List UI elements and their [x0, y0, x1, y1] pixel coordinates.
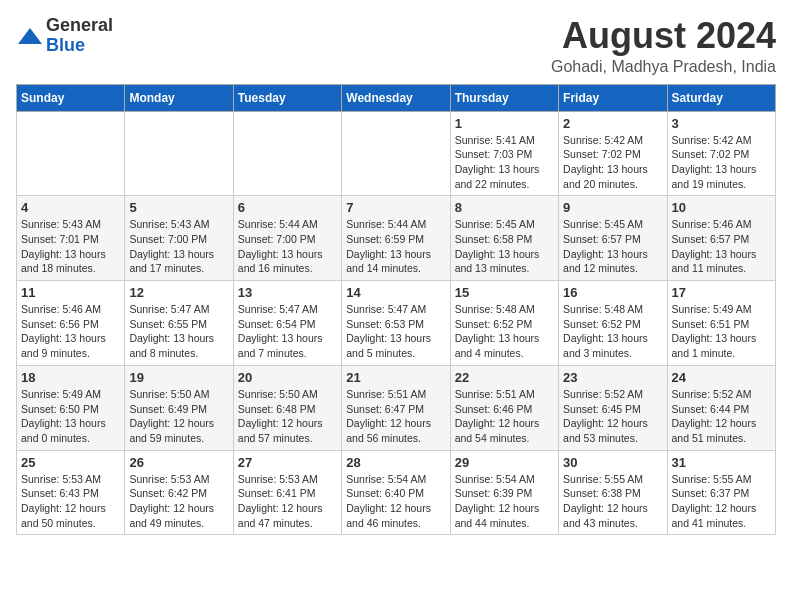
- day-info: Sunrise: 5:52 AM Sunset: 6:45 PM Dayligh…: [563, 387, 662, 446]
- calendar-cell: 3Sunrise: 5:42 AM Sunset: 7:02 PM Daylig…: [667, 111, 775, 196]
- calendar-cell: 2Sunrise: 5:42 AM Sunset: 7:02 PM Daylig…: [559, 111, 667, 196]
- calendar-cell: [125, 111, 233, 196]
- calendar-cell: 1Sunrise: 5:41 AM Sunset: 7:03 PM Daylig…: [450, 111, 558, 196]
- day-info: Sunrise: 5:46 AM Sunset: 6:56 PM Dayligh…: [21, 302, 120, 361]
- month-year: August 2024: [551, 16, 776, 56]
- calendar-cell: 25Sunrise: 5:53 AM Sunset: 6:43 PM Dayli…: [17, 450, 125, 535]
- calendar-cell: 10Sunrise: 5:46 AM Sunset: 6:57 PM Dayli…: [667, 196, 775, 281]
- calendar-cell: 8Sunrise: 5:45 AM Sunset: 6:58 PM Daylig…: [450, 196, 558, 281]
- calendar-cell: 13Sunrise: 5:47 AM Sunset: 6:54 PM Dayli…: [233, 281, 341, 366]
- calendar-cell: 20Sunrise: 5:50 AM Sunset: 6:48 PM Dayli…: [233, 365, 341, 450]
- week-row-5: 25Sunrise: 5:53 AM Sunset: 6:43 PM Dayli…: [17, 450, 776, 535]
- week-row-3: 11Sunrise: 5:46 AM Sunset: 6:56 PM Dayli…: [17, 281, 776, 366]
- calendar-cell: [342, 111, 450, 196]
- calendar-cell: 21Sunrise: 5:51 AM Sunset: 6:47 PM Dayli…: [342, 365, 450, 450]
- day-info: Sunrise: 5:54 AM Sunset: 6:40 PM Dayligh…: [346, 472, 445, 531]
- calendar-cell: 27Sunrise: 5:53 AM Sunset: 6:41 PM Dayli…: [233, 450, 341, 535]
- day-number: 18: [21, 370, 120, 385]
- logo: General Blue: [16, 16, 113, 56]
- calendar-cell: 30Sunrise: 5:55 AM Sunset: 6:38 PM Dayli…: [559, 450, 667, 535]
- day-info: Sunrise: 5:49 AM Sunset: 6:50 PM Dayligh…: [21, 387, 120, 446]
- day-info: Sunrise: 5:43 AM Sunset: 7:01 PM Dayligh…: [21, 217, 120, 276]
- day-number: 26: [129, 455, 228, 470]
- day-info: Sunrise: 5:50 AM Sunset: 6:48 PM Dayligh…: [238, 387, 337, 446]
- day-info: Sunrise: 5:51 AM Sunset: 6:47 PM Dayligh…: [346, 387, 445, 446]
- day-number: 17: [672, 285, 771, 300]
- calendar-cell: 16Sunrise: 5:48 AM Sunset: 6:52 PM Dayli…: [559, 281, 667, 366]
- day-number: 31: [672, 455, 771, 470]
- day-number: 28: [346, 455, 445, 470]
- page-header: General Blue August 2024 Gohadi, Madhya …: [16, 16, 776, 76]
- day-number: 1: [455, 116, 554, 131]
- day-number: 29: [455, 455, 554, 470]
- day-info: Sunrise: 5:53 AM Sunset: 6:42 PM Dayligh…: [129, 472, 228, 531]
- day-number: 20: [238, 370, 337, 385]
- calendar-cell: [17, 111, 125, 196]
- calendar-cell: 15Sunrise: 5:48 AM Sunset: 6:52 PM Dayli…: [450, 281, 558, 366]
- calendar-cell: 31Sunrise: 5:55 AM Sunset: 6:37 PM Dayli…: [667, 450, 775, 535]
- day-info: Sunrise: 5:55 AM Sunset: 6:38 PM Dayligh…: [563, 472, 662, 531]
- day-number: 13: [238, 285, 337, 300]
- day-number: 9: [563, 200, 662, 215]
- day-number: 3: [672, 116, 771, 131]
- day-number: 2: [563, 116, 662, 131]
- logo-general: General: [46, 16, 113, 36]
- day-info: Sunrise: 5:52 AM Sunset: 6:44 PM Dayligh…: [672, 387, 771, 446]
- day-info: Sunrise: 5:55 AM Sunset: 6:37 PM Dayligh…: [672, 472, 771, 531]
- weekday-header-friday: Friday: [559, 84, 667, 111]
- day-info: Sunrise: 5:49 AM Sunset: 6:51 PM Dayligh…: [672, 302, 771, 361]
- calendar-cell: 23Sunrise: 5:52 AM Sunset: 6:45 PM Dayli…: [559, 365, 667, 450]
- weekday-header-saturday: Saturday: [667, 84, 775, 111]
- day-info: Sunrise: 5:47 AM Sunset: 6:53 PM Dayligh…: [346, 302, 445, 361]
- day-number: 22: [455, 370, 554, 385]
- day-info: Sunrise: 5:47 AM Sunset: 6:54 PM Dayligh…: [238, 302, 337, 361]
- day-number: 5: [129, 200, 228, 215]
- calendar-table: SundayMondayTuesdayWednesdayThursdayFrid…: [16, 84, 776, 536]
- day-info: Sunrise: 5:46 AM Sunset: 6:57 PM Dayligh…: [672, 217, 771, 276]
- week-row-1: 1Sunrise: 5:41 AM Sunset: 7:03 PM Daylig…: [17, 111, 776, 196]
- day-info: Sunrise: 5:44 AM Sunset: 7:00 PM Dayligh…: [238, 217, 337, 276]
- calendar-cell: 29Sunrise: 5:54 AM Sunset: 6:39 PM Dayli…: [450, 450, 558, 535]
- day-number: 16: [563, 285, 662, 300]
- logo-blue: Blue: [46, 36, 113, 56]
- calendar-cell: 7Sunrise: 5:44 AM Sunset: 6:59 PM Daylig…: [342, 196, 450, 281]
- day-info: Sunrise: 5:42 AM Sunset: 7:02 PM Dayligh…: [672, 133, 771, 192]
- weekday-header-tuesday: Tuesday: [233, 84, 341, 111]
- day-info: Sunrise: 5:42 AM Sunset: 7:02 PM Dayligh…: [563, 133, 662, 192]
- day-info: Sunrise: 5:50 AM Sunset: 6:49 PM Dayligh…: [129, 387, 228, 446]
- day-number: 23: [563, 370, 662, 385]
- calendar-cell: 12Sunrise: 5:47 AM Sunset: 6:55 PM Dayli…: [125, 281, 233, 366]
- day-number: 7: [346, 200, 445, 215]
- day-number: 11: [21, 285, 120, 300]
- day-number: 12: [129, 285, 228, 300]
- day-number: 19: [129, 370, 228, 385]
- day-info: Sunrise: 5:41 AM Sunset: 7:03 PM Dayligh…: [455, 133, 554, 192]
- day-number: 24: [672, 370, 771, 385]
- day-info: Sunrise: 5:47 AM Sunset: 6:55 PM Dayligh…: [129, 302, 228, 361]
- day-number: 6: [238, 200, 337, 215]
- weekday-header-row: SundayMondayTuesdayWednesdayThursdayFrid…: [17, 84, 776, 111]
- day-info: Sunrise: 5:53 AM Sunset: 6:41 PM Dayligh…: [238, 472, 337, 531]
- day-info: Sunrise: 5:45 AM Sunset: 6:58 PM Dayligh…: [455, 217, 554, 276]
- day-info: Sunrise: 5:43 AM Sunset: 7:00 PM Dayligh…: [129, 217, 228, 276]
- day-info: Sunrise: 5:54 AM Sunset: 6:39 PM Dayligh…: [455, 472, 554, 531]
- day-number: 15: [455, 285, 554, 300]
- location: Gohadi, Madhya Pradesh, India: [551, 58, 776, 76]
- title-block: August 2024 Gohadi, Madhya Pradesh, Indi…: [551, 16, 776, 76]
- weekday-header-monday: Monday: [125, 84, 233, 111]
- calendar-cell: 17Sunrise: 5:49 AM Sunset: 6:51 PM Dayli…: [667, 281, 775, 366]
- day-number: 21: [346, 370, 445, 385]
- calendar-cell: 14Sunrise: 5:47 AM Sunset: 6:53 PM Dayli…: [342, 281, 450, 366]
- weekday-header-wednesday: Wednesday: [342, 84, 450, 111]
- day-number: 10: [672, 200, 771, 215]
- calendar-cell: 22Sunrise: 5:51 AM Sunset: 6:46 PM Dayli…: [450, 365, 558, 450]
- day-info: Sunrise: 5:45 AM Sunset: 6:57 PM Dayligh…: [563, 217, 662, 276]
- day-number: 14: [346, 285, 445, 300]
- calendar-cell: 11Sunrise: 5:46 AM Sunset: 6:56 PM Dayli…: [17, 281, 125, 366]
- calendar-cell: 9Sunrise: 5:45 AM Sunset: 6:57 PM Daylig…: [559, 196, 667, 281]
- day-info: Sunrise: 5:48 AM Sunset: 6:52 PM Dayligh…: [563, 302, 662, 361]
- day-number: 27: [238, 455, 337, 470]
- day-number: 4: [21, 200, 120, 215]
- week-row-2: 4Sunrise: 5:43 AM Sunset: 7:01 PM Daylig…: [17, 196, 776, 281]
- day-info: Sunrise: 5:48 AM Sunset: 6:52 PM Dayligh…: [455, 302, 554, 361]
